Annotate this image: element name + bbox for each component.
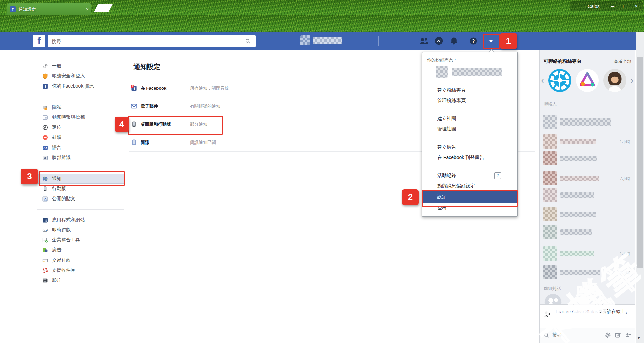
tab-close-icon[interactable]: × — [86, 7, 89, 12]
sidebar-divider — [124, 50, 124, 343]
payment-card-icon — [42, 258, 48, 263]
chat-search-bar[interactable] — [540, 328, 635, 343]
facebook-logo[interactable]: f — [33, 35, 45, 47]
menu-item-manage-pages[interactable]: 管理粉絲專頁 — [422, 95, 517, 106]
sidebar-item-support-inbox[interactable]: 支援收件匣 — [37, 265, 124, 275]
page-avatar-wheel[interactable] — [548, 69, 572, 94]
envelope-icon — [131, 103, 137, 109]
sidebar-item-timeline-tagging[interactable]: 動態時報與標籤 — [37, 112, 124, 122]
annotation-badge-2: 2 — [402, 189, 419, 205]
chrome-profile-name[interactable]: Calos — [588, 4, 600, 9]
contact-row[interactable]: 7小時 — [540, 171, 635, 187]
contact-name-blurred — [560, 118, 611, 126]
sidebar-item-privacy[interactable]: 隱私 — [37, 102, 124, 112]
friend-requests-icon[interactable] — [419, 36, 429, 47]
profile-name-blurred[interactable] — [313, 37, 342, 44]
sidebar-item-ads[interactable]: 廣告 — [37, 245, 124, 255]
minimize-button[interactable]: ─ — [611, 4, 614, 9]
sidebar-item-location[interactable]: 定位 — [37, 122, 124, 132]
contact-row[interactable] — [540, 115, 635, 130]
facebook-search[interactable] — [48, 35, 256, 47]
annotation-box-step3 — [39, 171, 125, 186]
menu-divider — [422, 138, 517, 138]
contact-row[interactable]: 1小時 — [540, 134, 635, 150]
carousel-prev-icon[interactable]: ‹ — [541, 75, 544, 86]
location-compass-icon — [42, 125, 48, 130]
contact-row[interactable] — [540, 207, 635, 223]
activity-log-badge: 2 — [494, 172, 501, 179]
your-pages-header: 你的粉絲專頁： — [422, 56, 517, 65]
menu-item-advertise-on-facebook[interactable]: 在 Facebook 刊登廣告 — [422, 152, 517, 163]
help-icon[interactable] — [469, 37, 477, 46]
menu-item-news-feed-preferences[interactable]: 動態消息偏好設定 — [422, 181, 517, 191]
contact-name-blurred — [560, 212, 596, 217]
lifebuoy-icon — [42, 268, 48, 273]
carousel-next-icon[interactable]: › — [630, 75, 633, 86]
contact-row[interactable] — [540, 151, 635, 167]
sidebar-item-security-login[interactable]: 帳號安全和登入 — [37, 71, 124, 81]
search-icon — [245, 38, 251, 44]
sidebar-item-public-posts[interactable]: 公開的貼文 — [37, 194, 124, 204]
contact-row[interactable] — [540, 225, 635, 240]
sidebar-item-blocking[interactable]: 封鎖 — [37, 132, 124, 142]
sidebar-item-language[interactable]: 語言 — [37, 142, 124, 153]
contact-row[interactable] — [540, 188, 635, 204]
add-contact-icon[interactable] — [625, 332, 631, 340]
see-all-link[interactable]: 查看全部 — [614, 59, 631, 65]
sidebar-item-payments[interactable]: 交易付款 — [37, 255, 124, 265]
messenger-icon[interactable] — [434, 36, 443, 47]
scrollbar-thumb[interactable] — [637, 57, 643, 268]
search-button[interactable] — [239, 35, 256, 47]
contact-avatar-blurred — [543, 188, 557, 202]
scroll-down-icon[interactable]: ▾ — [638, 335, 640, 340]
contact-avatar-blurred — [543, 246, 557, 261]
sidebar-item-instant-games[interactable]: 即時遊戲 — [37, 225, 124, 235]
contact-avatar-blurred — [543, 151, 557, 165]
menu-item-manage-groups[interactable]: 管理社團 — [422, 124, 517, 134]
nav-separator — [414, 36, 414, 46]
sidebar-item-face-recognition[interactable]: 臉部辨識 — [37, 153, 124, 163]
contact-row[interactable]: 1小時 — [540, 246, 635, 262]
chat-search-input[interactable] — [552, 332, 593, 338]
menu-item-create-ad[interactable]: 建立廣告 — [422, 142, 517, 152]
profile-avatar[interactable] — [300, 35, 310, 45]
phone-icon — [42, 186, 48, 192]
screen: f A f f1 ? f — [0, 0, 644, 343]
page-avatar-triangle[interactable] — [576, 69, 599, 94]
notifications-bell-icon[interactable] — [449, 36, 459, 47]
contactable-pages-header: 可聯絡的粉絲專頁 — [544, 58, 581, 64]
sidebar-item-your-facebook-info[interactable]: 你的 Facebook 資訊 — [37, 81, 124, 91]
shield-icon — [42, 73, 48, 79]
window-controls: Calos ─ □ × — [570, 1, 643, 11]
page-entry[interactable] — [422, 65, 517, 81]
facebook-notification-icon — [131, 85, 137, 91]
contact-row[interactable]: 2小時 — [540, 265, 635, 281]
search-input[interactable] — [48, 39, 239, 44]
menu-item-create-page[interactable]: 建立粉絲專頁 — [422, 85, 517, 95]
annotation-box-step1 — [483, 34, 500, 49]
menu-item-activity-log[interactable]: 活動紀錄2 — [422, 170, 517, 181]
menu-item-create-group[interactable]: 建立社團 — [422, 113, 517, 124]
person-status-icon — [544, 310, 551, 319]
browser-toolbar: ← → ↻ ⌂ 安全 | https://www.facebook.com/se… — [0, 15, 644, 32]
apps-grid-icon — [42, 217, 48, 223]
sidebar-item-general[interactable]: 一般 — [37, 61, 124, 71]
close-button[interactable]: × — [635, 4, 638, 9]
turn-on-active-status-link[interactable]: Turn on Active Status — [555, 309, 598, 314]
chat-settings-gear-icon[interactable] — [605, 332, 611, 340]
contact-name-blurred — [560, 270, 600, 275]
sidebar-item-business-tools[interactable]: 企業整合工具 — [37, 235, 124, 245]
facebook-header: f 首頁 尋找朋友 — [0, 32, 636, 50]
settings-sidebar: 一般 帳號安全和登入 你的 Facebook 資訊 隱私 動態時報與標籤 定位 … — [37, 50, 124, 285]
timeline-icon — [42, 115, 48, 120]
browser-tab[interactable]: f 通知設定 × — [7, 3, 91, 15]
sidebar-group-divider — [37, 209, 124, 210]
annotation-box-step4 — [128, 116, 223, 135]
sidebar-item-videos[interactable]: 影片 — [37, 275, 124, 285]
restore-button[interactable]: □ — [623, 4, 626, 9]
sidebar-item-apps-websites[interactable]: 應用程式和網站 — [37, 215, 124, 225]
page-avatar-person[interactable] — [603, 69, 627, 94]
new-message-icon[interactable] — [615, 332, 621, 340]
search-icon — [544, 332, 549, 339]
new-tab-button[interactable] — [94, 4, 113, 12]
